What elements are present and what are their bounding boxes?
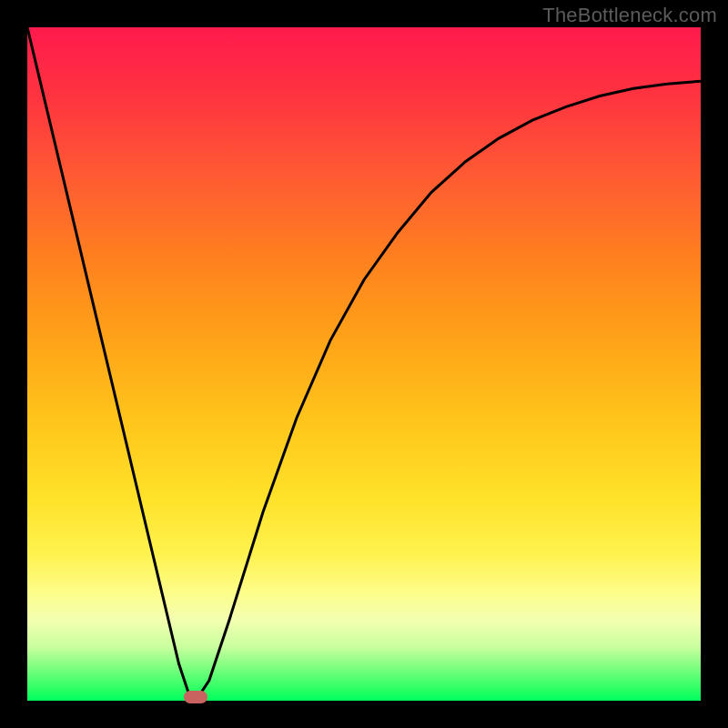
watermark-text: TheBottleneck.com	[542, 4, 717, 27]
bottleneck-curve	[27, 27, 701, 701]
plot-area	[27, 27, 701, 701]
curve-svg	[27, 27, 701, 701]
minimum-marker	[184, 691, 207, 703]
chart-frame: TheBottleneck.com	[0, 0, 728, 728]
